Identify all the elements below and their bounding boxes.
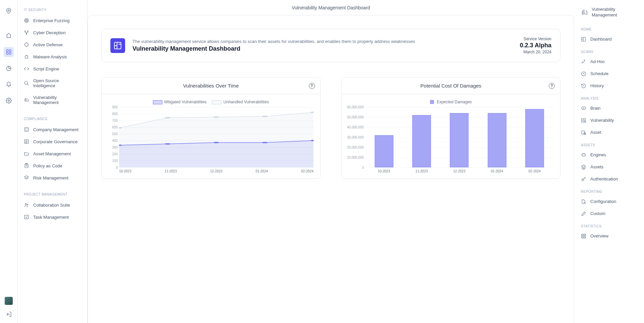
clipboard-icon <box>24 163 29 168</box>
svg-point-37 <box>583 119 584 121</box>
rs-item-dashboard[interactable]: Dashboard <box>579 33 639 45</box>
svg-rect-16 <box>25 128 29 131</box>
svg-rect-46 <box>584 236 586 238</box>
card-vulnerabilities-over-time: Vulnerabilities Over Time ? Mitigated Vu… <box>101 77 321 179</box>
rs-item-label: Ad-Hoc <box>590 59 605 64</box>
settings-icon[interactable] <box>4 96 13 105</box>
sidebar-item-policy-as-code[interactable]: Policy as Code <box>21 160 84 172</box>
logout-icon[interactable] <box>4 310 13 319</box>
rs-item-adhoc[interactable]: Ad-Hoc <box>579 56 639 68</box>
avatar[interactable] <box>5 297 13 305</box>
branch-icon <box>24 30 29 35</box>
clock-icon <box>581 71 586 76</box>
wand-icon <box>581 59 586 64</box>
legend-series-0: Expected Damages <box>437 100 472 104</box>
key-icon <box>581 176 586 182</box>
line-chart-x-axis: 10-202311-202312-202301-202402-2024 <box>119 169 314 173</box>
rs-item-schedule[interactable]: Schedule <box>579 68 639 80</box>
rs-item-brain[interactable]: Brain <box>579 102 639 114</box>
svg-rect-38 <box>582 131 585 134</box>
asset-scan-icon <box>581 130 586 135</box>
bell-icon[interactable] <box>4 80 13 89</box>
svg-rect-40 <box>582 154 585 156</box>
pie-chart-icon[interactable] <box>4 64 13 73</box>
topbar: Vulnerability Management Dashboard <box>88 0 574 15</box>
target-icon <box>24 18 29 23</box>
svg-rect-45 <box>582 236 583 238</box>
code-icon <box>24 66 29 71</box>
rs-item-assets[interactable]: Assets <box>579 161 639 173</box>
sidebar-item-vulnerability-management[interactable]: Vulnerability Management <box>21 92 84 108</box>
sidebar-item-collaboration-suite[interactable]: Collaboration Suite <box>21 199 84 211</box>
line-chart: 0100200300400500600700800900 <box>119 107 314 167</box>
rs-item-custom[interactable]: Custom <box>579 208 639 220</box>
hero-description: The vulnerability management service all… <box>132 39 513 44</box>
sidebar-item-label: Company Management <box>33 127 78 132</box>
info-icon[interactable]: ? <box>309 83 315 89</box>
rs-item-configuration[interactable]: Configuration <box>579 196 639 208</box>
rs-item-label: Schedule <box>590 71 608 76</box>
sidebar-item-corporate-governance[interactable]: Corporate Governance <box>21 136 84 148</box>
search-icon <box>24 80 29 86</box>
sidebar-item-company-management[interactable]: Company Management <box>21 123 84 136</box>
rs-section-scans: SCANS <box>579 45 639 56</box>
svg-point-14 <box>25 56 28 58</box>
sidebar-item-task-management[interactable]: Task Management <box>21 211 84 223</box>
sidebar-item-risk-management[interactable]: Risk Management <box>21 172 84 184</box>
main-region: Vulnerability Management Dashboard The v… <box>88 0 574 323</box>
sidebar-item-cyber-deception[interactable]: Cyber Deception <box>21 26 84 39</box>
sidebar-section-it-security: IT SECURITY <box>21 6 84 14</box>
svg-rect-4 <box>9 53 11 54</box>
edit-icon <box>581 211 586 216</box>
legend-series-0: Mitigated Vulnerabilities <box>164 100 207 104</box>
rs-item-history[interactable]: History <box>579 80 639 92</box>
svg-point-13 <box>25 43 29 47</box>
sidebar-left: IT SECURITY Enterprise Fuzzing Cyber Dec… <box>18 0 88 323</box>
sidebar-item-asset-management[interactable]: Asset Management <box>21 148 84 160</box>
brain-icon <box>581 106 586 111</box>
info-icon[interactable]: ? <box>549 83 555 89</box>
apps-grid-icon[interactable] <box>4 47 14 57</box>
version-value: 0.2.3 Alpha <box>520 42 551 49</box>
card-title: Potential Cost Of Damages <box>420 83 481 89</box>
svg-point-15 <box>24 81 28 84</box>
rs-item-label: Overview <box>590 233 608 238</box>
sidebar-item-label: Asset Management <box>33 151 71 156</box>
rs-item-label: Asset <box>590 130 601 135</box>
rs-item-asset[interactable]: Asset <box>579 126 639 139</box>
rs-item-engines[interactable]: Engines <box>579 149 639 161</box>
content-area: The vulnerability management service all… <box>88 15 574 323</box>
rs-item-label: Custom <box>590 211 605 216</box>
list-icon <box>24 139 29 144</box>
version-label: Service Version <box>520 37 551 41</box>
svg-point-9 <box>26 20 26 20</box>
rs-item-authentication[interactable]: Authentication <box>579 173 639 185</box>
svg-point-33 <box>311 112 314 113</box>
rs-item-label: Authentication <box>590 176 618 181</box>
sidebar-item-enterprise-fuzzing[interactable]: Enterprise Fuzzing <box>21 14 84 26</box>
home-icon[interactable] <box>4 31 13 40</box>
sidebar-item-active-defense[interactable]: Active Defense <box>21 39 84 51</box>
svg-rect-22 <box>24 215 29 219</box>
sidebar-item-label: Task Management <box>33 215 69 220</box>
bug-icon <box>24 54 29 59</box>
legend-swatch-icon <box>430 100 434 104</box>
rs-item-vulnerability[interactable]: Vulnerability <box>579 114 639 126</box>
sidebar-item-osint[interactable]: Open Source Intelligence <box>21 75 84 92</box>
sidebar-item-script-engine[interactable]: Script Engine <box>21 63 84 75</box>
engine-icon <box>581 152 586 158</box>
rs-item-label: History <box>590 83 604 88</box>
legend-swatch-icon <box>153 100 162 104</box>
rs-section-statistics: STATISTICS <box>579 220 639 230</box>
svg-point-29 <box>119 127 121 128</box>
right-sidebar-header: Vulnerability Management <box>579 5 639 23</box>
rs-item-overview[interactable]: Overview <box>579 230 639 242</box>
shield-icon[interactable] <box>4 6 13 15</box>
chart-legend: Mitigated Vulnerabilities Unhandled Vuln… <box>107 100 315 104</box>
right-sidebar-title: Vulnerability Management <box>592 7 637 18</box>
svg-point-30 <box>165 117 170 118</box>
sidebar-item-malware-analysis[interactable]: Malware Analysis <box>21 51 84 63</box>
rs-item-label: Brain <box>590 106 600 111</box>
crosshair-icon <box>24 42 29 47</box>
rs-section-home: HOME <box>579 23 639 33</box>
